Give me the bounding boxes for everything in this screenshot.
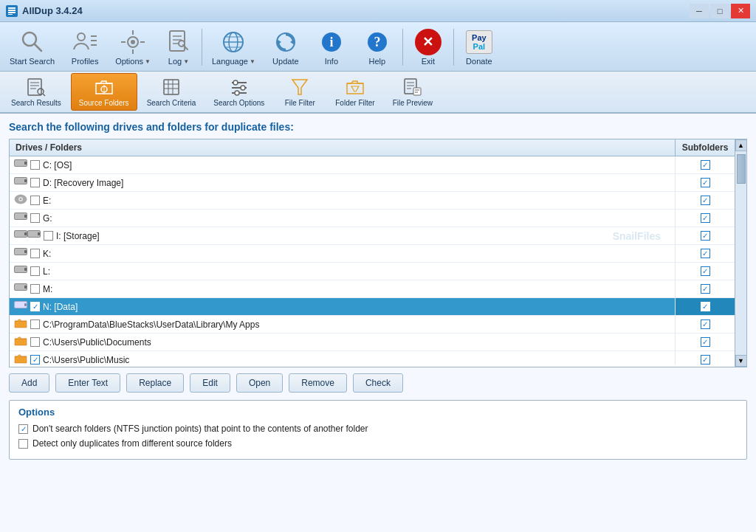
- info-button[interactable]: i Info: [309, 25, 354, 69]
- source-folders-tab[interactable]: Source Folders: [71, 73, 137, 111]
- search-criteria-tab[interactable]: Search Criteria: [139, 73, 205, 111]
- subfolder-checkbox[interactable]: ✓: [701, 231, 710, 241]
- subfolder-checkbox[interactable]: ✓: [701, 249, 710, 258]
- subfolder-checkbox[interactable]: ✓: [701, 284, 710, 294]
- svg-line-40: [43, 94, 45, 96]
- subfolder-checkbox[interactable]: ✓: [701, 178, 710, 187]
- row-checkbox[interactable]: [30, 337, 40, 347]
- log-button[interactable]: Log ▼: [159, 25, 199, 69]
- search-results-tab[interactable]: Search Results: [3, 73, 69, 111]
- row-checkbox[interactable]: ✓: [30, 355, 40, 365]
- table-row[interactable]: K: ✓: [10, 245, 735, 263]
- close-button[interactable]: ✕: [731, 4, 750, 18]
- subfolder-cell[interactable]: ✓: [676, 210, 735, 227]
- scroll-up-button[interactable]: ▲: [735, 139, 747, 151]
- subfolder-checkbox[interactable]: ✓: [701, 355, 710, 365]
- help-button[interactable]: ? Help: [355, 25, 399, 69]
- table-scrollbar[interactable]: ▲ ▼: [735, 139, 746, 367]
- table-row[interactable]: L: ✓: [10, 263, 735, 280]
- search-criteria-icon: [161, 77, 182, 97]
- restore-button[interactable]: □: [710, 4, 729, 18]
- open-button[interactable]: Open: [236, 373, 283, 393]
- row-checkbox[interactable]: [30, 178, 40, 187]
- row-checkbox[interactable]: [44, 231, 53, 241]
- profiles-button[interactable]: Profiles: [63, 25, 107, 69]
- table-row[interactable]: ✓ N: [Data] ✓: [10, 298, 735, 316]
- row-checkbox[interactable]: [30, 160, 40, 170]
- scrollbar-track[interactable]: [736, 151, 746, 355]
- table-row[interactable]: C:\ProgramData\BlueStacks\UserData\Libra…: [10, 316, 735, 334]
- subfolder-checkbox[interactable]: ✓: [701, 266, 710, 276]
- subfolder-cell[interactable]: ✓: [676, 156, 735, 173]
- title-bar-left: AllDup 3.4.24: [6, 5, 83, 17]
- subfolder-cell[interactable]: ✓: [676, 227, 735, 244]
- option-checkbox-2[interactable]: [18, 439, 28, 449]
- remove-button[interactable]: Remove: [289, 373, 347, 393]
- edit-button[interactable]: Edit: [190, 373, 230, 393]
- exit-button[interactable]: ✕ Exit: [406, 25, 450, 69]
- table-header: Drives / Folders Subfolders: [10, 139, 735, 156]
- subfolder-checkbox[interactable]: ✓: [701, 196, 710, 205]
- row-checkbox[interactable]: ✓: [30, 302, 40, 311]
- file-preview-tab[interactable]: File Preview: [385, 73, 441, 111]
- check-button[interactable]: Check: [353, 373, 403, 393]
- subfolder-cell[interactable]: ✓: [676, 298, 735, 315]
- option-checkbox-1[interactable]: ✓: [18, 424, 28, 434]
- profiles-label: Profiles: [72, 57, 99, 66]
- folder-filter-icon: [345, 77, 365, 97]
- table-row[interactable]: E: ✓: [10, 192, 735, 210]
- table-row[interactable]: C:\Users\Public\Documents ✓: [10, 334, 735, 351]
- table-row[interactable]: D: [Recovery Image] ✓: [10, 174, 735, 192]
- subfolder-cell[interactable]: ✓: [676, 245, 735, 262]
- language-label: Language: [212, 57, 248, 66]
- subfolder-checkbox[interactable]: ✓: [701, 319, 710, 329]
- row-checkbox[interactable]: [30, 249, 40, 258]
- subfolder-cell[interactable]: ✓: [676, 316, 735, 333]
- cd-drive-icon: [14, 194, 27, 207]
- table-row[interactable]: C: [OS] ✓: [10, 156, 735, 174]
- subfolder-checkbox[interactable]: ✓: [701, 337, 710, 347]
- enter-text-button[interactable]: Enter Text: [55, 373, 120, 393]
- drive-label: E:: [43, 196, 51, 206]
- add-button[interactable]: Add: [9, 373, 49, 393]
- drive-label: M:: [43, 284, 52, 294]
- row-checkbox[interactable]: [30, 266, 40, 276]
- folder-filter-tab[interactable]: Folder Filter: [327, 73, 382, 111]
- row-checkbox[interactable]: [30, 319, 40, 329]
- row-checkbox[interactable]: [30, 213, 40, 223]
- update-button[interactable]: Update: [264, 25, 308, 69]
- subfolder-checkbox[interactable]: ✓: [701, 302, 710, 311]
- row-checkbox[interactable]: [30, 196, 40, 205]
- subfolder-cell[interactable]: ✓: [676, 280, 735, 297]
- subfolder-checkbox[interactable]: ✓: [701, 213, 710, 223]
- language-button[interactable]: Language ▼: [205, 25, 262, 69]
- subfolder-cell[interactable]: ✓: [676, 334, 735, 350]
- subfolder-cell[interactable]: ✓: [676, 351, 735, 365]
- drive-cell: M:: [10, 280, 676, 297]
- table-row[interactable]: M: ✓: [10, 280, 735, 298]
- svg-line-6: [35, 44, 41, 51]
- source-folders-label: Source Folders: [79, 99, 129, 107]
- start-search-button[interactable]: Start Search: [3, 25, 61, 69]
- options-button[interactable]: Options ▼: [109, 25, 157, 69]
- subfolder-cell[interactable]: ✓: [676, 192, 735, 209]
- scroll-down-button[interactable]: ▼: [735, 355, 747, 367]
- scrollbar-thumb[interactable]: [737, 154, 746, 184]
- subfolder-cell[interactable]: ✓: [676, 263, 735, 280]
- subfolder-cell[interactable]: ✓: [676, 174, 735, 191]
- options-arrow: ▼: [145, 58, 151, 65]
- table-row[interactable]: G: ✓: [10, 210, 735, 227]
- subfolder-checkbox[interactable]: ✓: [701, 160, 710, 170]
- table-row[interactable]: ✓ C:\Users\Public\Music ✓: [10, 351, 735, 365]
- table-row[interactable]: I: [Storage] ✓ SnailFiles: [10, 227, 735, 245]
- exit-label: Exit: [422, 57, 435, 66]
- search-criteria-label: Search Criteria: [147, 99, 196, 107]
- donate-button[interactable]: Pay Pal Donate: [457, 25, 501, 69]
- replace-button[interactable]: Replace: [126, 373, 184, 393]
- window-title: AllDup 3.4.24: [22, 5, 83, 16]
- file-filter-tab[interactable]: File Filter: [274, 73, 326, 111]
- minimize-button[interactable]: ─: [690, 4, 709, 18]
- drive-label: K:: [43, 249, 51, 259]
- search-options-tab[interactable]: Search Options: [205, 73, 272, 111]
- row-checkbox[interactable]: [30, 284, 40, 294]
